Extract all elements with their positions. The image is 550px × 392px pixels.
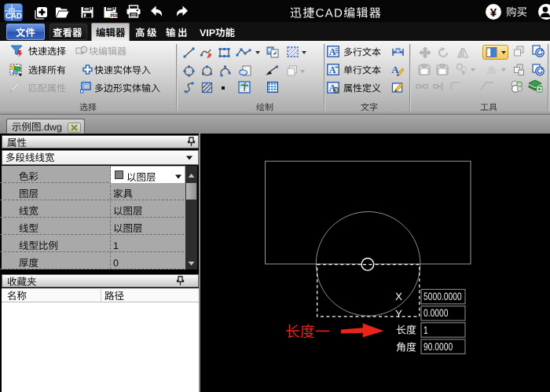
svg-text:A: A (329, 46, 336, 57)
svg-text:A: A (329, 64, 336, 75)
svg-text:PDF: PDF (110, 13, 119, 18)
svg-text:¥: ¥ (490, 5, 497, 19)
